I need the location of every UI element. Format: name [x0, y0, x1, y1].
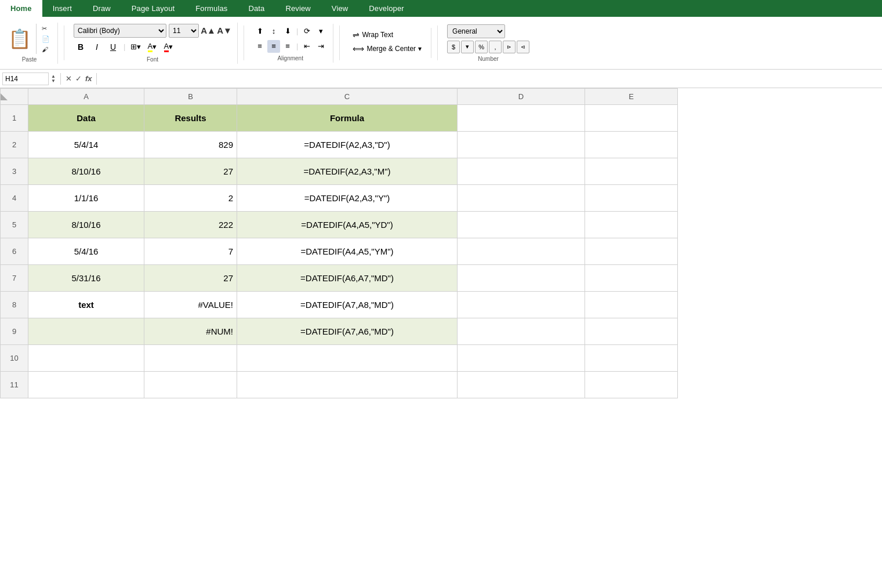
dollar-dropdown[interactable]: ▾: [461, 41, 474, 53]
number-format-select[interactable]: General: [447, 24, 505, 38]
cell-r4-c3[interactable]: =DATEDIF(A2,A3,"Y"): [237, 185, 458, 212]
cell-r8-c2[interactable]: #VALUE!: [144, 292, 237, 318]
cell-r5-c1[interactable]: 8/10/16: [28, 212, 144, 238]
cell-r8-c4[interactable]: [458, 292, 585, 318]
cell-r10-c3[interactable]: [237, 345, 458, 372]
cell-r6-c5[interactable]: [585, 238, 678, 265]
increase-font-button[interactable]: A▲: [201, 24, 215, 38]
cell-r8-c1[interactable]: text: [28, 292, 144, 318]
format-painter-button[interactable]: 🖌: [40, 45, 52, 53]
cell-r6-c3[interactable]: =DATEDIF(A4,A5,"YM"): [237, 238, 458, 265]
decrease-font-button[interactable]: A▼: [217, 24, 231, 38]
confirm-formula-icon[interactable]: ✓: [75, 74, 82, 83]
cell-r7-c1[interactable]: 5/31/16: [28, 265, 144, 292]
ribbon-tab-data[interactable]: Data: [238, 0, 275, 17]
insert-function-icon[interactable]: fx: [85, 74, 92, 83]
fill-color-button[interactable]: A▾: [145, 40, 159, 54]
bottom-align-button[interactable]: ⬇: [281, 25, 294, 38]
cell-r5-c4[interactable]: [458, 212, 585, 238]
row-header-9[interactable]: 9: [1, 318, 28, 345]
cell-r11-c4[interactable]: [458, 372, 585, 398]
center-align-button[interactable]: ≡: [267, 40, 280, 53]
merge-center-dropdown[interactable]: ▾: [418, 45, 422, 53]
col-header-a[interactable]: A: [28, 89, 144, 105]
ribbon-tab-page-layout[interactable]: Page Layout: [121, 0, 185, 17]
cell-r3-c5[interactable]: [585, 158, 678, 185]
row-header-3[interactable]: 3: [1, 158, 28, 185]
row-header-10[interactable]: 10: [1, 345, 28, 372]
cell-r2-c1[interactable]: 5/4/14: [28, 132, 144, 158]
row-header-5[interactable]: 5: [1, 212, 28, 238]
ribbon-tab-draw[interactable]: Draw: [82, 0, 121, 17]
cell-reference-box[interactable]: H14: [2, 72, 49, 85]
cell-r3-c1[interactable]: 8/10/16: [28, 158, 144, 185]
cell-r7-c5[interactable]: [585, 265, 678, 292]
row-header-11[interactable]: 11: [1, 372, 28, 398]
cell-r1-c1[interactable]: Data: [28, 105, 144, 132]
cell-r6-c4[interactable]: [458, 238, 585, 265]
ribbon-tab-view[interactable]: View: [321, 0, 358, 17]
cell-r4-c4[interactable]: [458, 185, 585, 212]
cell-r2-c4[interactable]: [458, 132, 585, 158]
cell-r1-c4[interactable]: [458, 105, 585, 132]
col-header-c[interactable]: C: [237, 89, 458, 105]
cell-r9-c4[interactable]: [458, 318, 585, 345]
row-header-8[interactable]: 8: [1, 292, 28, 318]
cell-r1-c2[interactable]: Results: [144, 105, 237, 132]
middle-align-button[interactable]: ↕: [267, 25, 280, 38]
left-align-button[interactable]: ≡: [253, 40, 266, 53]
increase-indent-button[interactable]: ⇥: [314, 40, 327, 53]
cell-r9-c5[interactable]: [585, 318, 678, 345]
cell-r7-c2[interactable]: 27: [144, 265, 237, 292]
cell-r1-c5[interactable]: [585, 105, 678, 132]
ribbon-tab-review[interactable]: Review: [275, 0, 321, 17]
wrap-text-button[interactable]: ⇌ Wrap Text: [349, 29, 425, 41]
cell-r2-c2[interactable]: 829: [144, 132, 237, 158]
cell-r7-c3[interactable]: =DATEDIF(A6,A7,"MD"): [237, 265, 458, 292]
cell-r4-c1[interactable]: 1/1/16: [28, 185, 144, 212]
cell-r11-c3[interactable]: [237, 372, 458, 398]
orientation-button[interactable]: ⟳: [300, 25, 313, 38]
underline-button[interactable]: U: [106, 40, 120, 54]
orientation-dropdown[interactable]: ▾: [314, 25, 327, 38]
formula-input[interactable]: [101, 74, 880, 83]
italic-button[interactable]: I: [90, 40, 104, 54]
cell-r3-c4[interactable]: [458, 158, 585, 185]
cell-r2-c3[interactable]: =DATEDIF(A2,A3,"D"): [237, 132, 458, 158]
cell-r4-c5[interactable]: [585, 185, 678, 212]
cell-r7-c4[interactable]: [458, 265, 585, 292]
ribbon-tab-home[interactable]: Home: [0, 0, 42, 17]
row-header-2[interactable]: 2: [1, 132, 28, 158]
cancel-formula-icon[interactable]: ✕: [66, 74, 72, 83]
cell-r10-c4[interactable]: [458, 345, 585, 372]
cell-r8-c3[interactable]: =DATEDIF(A7,A8,"MD"): [237, 292, 458, 318]
cell-r2-c5[interactable]: [585, 132, 678, 158]
font-name-select[interactable]: Calibri (Body): [74, 24, 166, 38]
bold-button[interactable]: B: [74, 40, 88, 54]
border-button[interactable]: ⊞▾: [129, 40, 143, 54]
cell-r10-c2[interactable]: [144, 345, 237, 372]
cell-r1-c3[interactable]: Formula: [237, 105, 458, 132]
cell-r9-c1[interactable]: [28, 318, 144, 345]
cell-r5-c5[interactable]: [585, 212, 678, 238]
dollar-button[interactable]: $: [447, 41, 460, 53]
cell-r11-c1[interactable]: [28, 372, 144, 398]
comma-button[interactable]: ,: [489, 41, 502, 53]
row-header-1[interactable]: 1: [1, 105, 28, 132]
merge-center-button[interactable]: ⟺ Merge & Center ▾: [349, 43, 425, 55]
decrease-decimal-button[interactable]: ⊳: [503, 41, 516, 53]
font-color-button[interactable]: A▾: [161, 40, 175, 54]
cell-r3-c3[interactable]: =DATEDIF(A2,A3,"M"): [237, 158, 458, 185]
paste-button[interactable]: 📋: [7, 24, 32, 54]
decrease-indent-button[interactable]: ⇤: [300, 40, 313, 53]
right-align-button[interactable]: ≡: [281, 40, 294, 53]
cell-r10-c1[interactable]: [28, 345, 144, 372]
cell-r5-c2[interactable]: 222: [144, 212, 237, 238]
top-align-button[interactable]: ⬆: [253, 25, 266, 38]
font-size-select[interactable]: 11: [169, 24, 199, 38]
cell-r9-c3[interactable]: =DATEDIF(A7,A6,"MD"): [237, 318, 458, 345]
cell-r8-c5[interactable]: [585, 292, 678, 318]
cell-r9-c2[interactable]: #NUM!: [144, 318, 237, 345]
increase-decimal-button[interactable]: ⊲: [517, 41, 529, 53]
row-header-6[interactable]: 6: [1, 238, 28, 265]
